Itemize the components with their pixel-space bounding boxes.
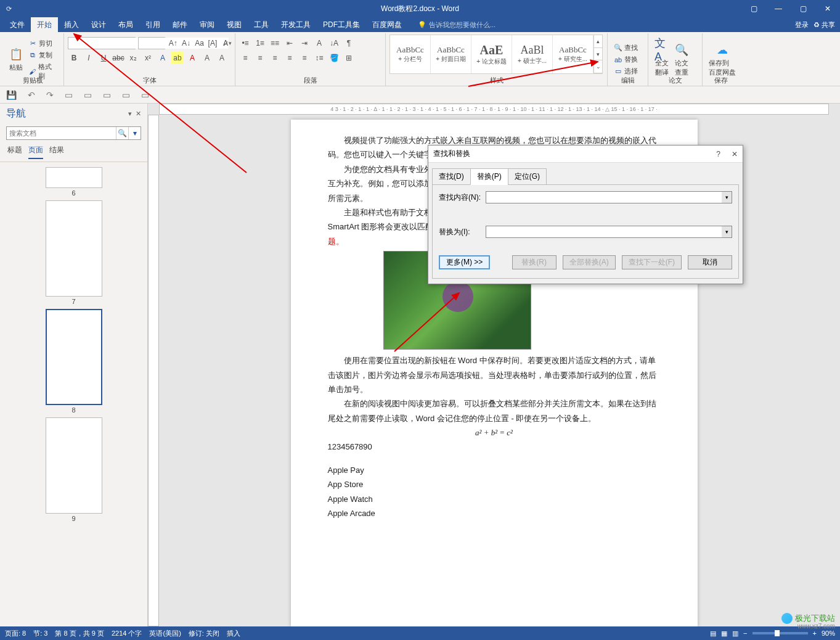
find-button[interactable]: 🔍查找 [611,42,644,54]
phonetic-guide-button[interactable]: [A] [207,37,218,49]
text-line[interactable]: Apple Pay [328,463,661,477]
thumb-6[interactable]: 6 [46,167,102,197]
nav-tab-results[interactable]: 结果 [49,145,64,159]
tab-pdf[interactable]: PDF工具集 [317,17,366,33]
autosave-icon[interactable]: ⟳ [4,4,14,14]
replace-with-combo[interactable]: ▾ [486,226,732,238]
increase-indent-button[interactable]: ⇥ [298,37,311,49]
show-marks-button[interactable]: ¶ [343,37,355,49]
thumb-7[interactable]: 7 [46,200,102,305]
sort-button[interactable]: ↓A [328,37,340,49]
replace-all-button[interactable]: 全部替换(A) [563,255,616,269]
chevron-down-icon[interactable]: ▾ [128,110,132,118]
nav-search-box[interactable]: 🔍 ▾ [6,126,141,140]
status-insert-mode[interactable]: 插入 [227,629,240,638]
style-gallery-scroll[interactable]: ▴▾⌄ [593,35,602,73]
replace-with-input[interactable] [486,226,722,237]
tab-view[interactable]: 视图 [221,17,248,33]
tab-review[interactable]: 审阅 [194,17,221,33]
borders-button[interactable]: ⊞ [343,52,355,64]
tab-home[interactable]: 开始 [31,17,58,33]
font-name-combo[interactable]: ▾ [68,37,136,49]
thumb-8[interactable]: 8 [46,309,102,414]
chevron-down-icon[interactable]: ▾ [722,192,732,203]
zoom-level[interactable]: 90% [822,630,835,637]
status-page-of[interactable]: 第 8 页，共 9 页 [55,629,104,638]
qat-icon-6[interactable]: ▭ [103,90,111,100]
ribbon-display-icon[interactable]: ▢ [741,0,766,17]
tab-insert[interactable]: 插入 [58,17,85,33]
status-track-changes[interactable]: 修订: 关闭 [189,629,219,638]
zoom-in-icon[interactable]: + [813,630,817,637]
nav-search-input[interactable] [7,127,116,139]
qat-icon-8[interactable]: ▭ [141,90,149,100]
bullets-button[interactable]: •≡ [239,37,251,49]
chevron-down-icon[interactable]: ▾ [594,48,602,61]
chevron-down-icon[interactable]: ▾ [722,226,732,237]
justify-button[interactable]: ≡ [283,52,296,64]
paragraph[interactable]: 使用在需要位置出现的新按钮在 Word 中保存时间。若要更改图片适应文档的方式，… [328,353,661,396]
style-item-2[interactable]: AaE+ 论文标题 [471,35,512,73]
strike-button[interactable]: abc [112,52,124,64]
find-replace-dialog[interactable]: 查找和替换 ?✕ 查找(D) 替换(P) 定位(G) 查找内容(N): ▾ 替换… [428,145,743,284]
copy-button[interactable]: ⧉复制 [26,49,60,61]
view-print-icon[interactable]: ▦ [721,630,727,638]
text-line[interactable]: Apple Watch [328,492,661,506]
style-item-0[interactable]: AaBbCc+ 分栏号 [390,35,431,73]
view-web-icon[interactable]: ▥ [732,630,738,638]
grow-font-button[interactable]: A↑ [168,37,178,49]
tab-developer[interactable]: 开发工具 [275,17,317,33]
text-effects-button[interactable]: A [157,52,169,64]
view-read-icon[interactable]: ▤ [710,630,716,638]
more-styles-icon[interactable]: ⌄ [594,60,602,73]
tab-file[interactable]: 文件 [4,17,31,33]
replace-one-button[interactable]: 替换(R) [512,255,557,269]
find-next-button[interactable]: 查找下一处(F) [622,255,682,269]
thumb-9[interactable]: 9 [46,417,102,522]
redo-icon[interactable]: ↷ [46,90,54,100]
dialog-tab-find[interactable]: 查找(D) [432,168,471,185]
shading-button[interactable]: 🪣 [328,52,340,64]
share-button[interactable]: ♻ 共享 [813,20,835,30]
qat-icon-4[interactable]: ▭ [65,90,73,100]
dialog-tab-replace[interactable]: 替换(P) [470,168,508,185]
paragraph[interactable]: 在新的阅读视图中阅读更加容易。可以折叠文档某些部分并关注所需文本。如果在达到结尾… [328,396,661,425]
cut-button[interactable]: ✂剪切 [26,38,60,49]
nav-tab-pages[interactable]: 页面 [28,145,43,159]
underline-button[interactable]: U [97,52,110,64]
zoom-slider[interactable] [752,632,808,634]
align-left-button[interactable]: ≡ [239,52,251,64]
replace-button[interactable]: ab替换 [611,54,644,65]
equation[interactable]: a² + b² = c² [328,425,661,440]
qat-icon-5[interactable]: ▭ [84,90,92,100]
distribute-button[interactable]: ≡ [298,52,311,64]
subscript-button[interactable]: x₂ [127,52,139,64]
status-page[interactable]: 页面: 8 [5,629,26,638]
change-case-button[interactable]: Aa [194,37,205,49]
font-color-button[interactable]: A [186,52,198,64]
zoom-out-icon[interactable]: − [743,630,747,637]
style-gallery[interactable]: AaBbCc+ 分栏号 AaBbCc+ 封面日期 AaE+ 论文标题 AaBl+… [389,35,603,74]
zoom-knob[interactable] [775,630,780,636]
align-right-button[interactable]: ≡ [269,52,281,64]
char-border-button[interactable]: A [201,52,213,64]
tell-me-box[interactable]: 💡 告诉我您想要做什么... [418,20,495,30]
status-word-count[interactable]: 2214 个字 [112,629,142,638]
text-line[interactable]: App Store [328,477,661,491]
status-section[interactable]: 节: 3 [33,629,47,638]
help-icon[interactable]: ? [716,150,720,158]
search-icon[interactable]: 🔍 [116,127,128,139]
chevron-up-icon[interactable]: ▴ [594,35,602,48]
login-link[interactable]: 登录 [795,20,809,30]
italic-button[interactable]: I [83,52,95,64]
numbering-button[interactable]: 1≡ [254,37,266,49]
dialog-titlebar[interactable]: 查找和替换 ?✕ [428,146,743,163]
status-language[interactable]: 英语(美国) [149,629,181,638]
align-center-button[interactable]: ≡ [254,52,266,64]
tab-tools[interactable]: 工具 [248,17,275,33]
tab-mailings[interactable]: 邮件 [166,17,194,33]
font-size-combo[interactable]: ▾ [138,37,165,49]
minimize-button[interactable]: — [766,0,791,17]
superscript-button[interactable]: x² [142,52,154,64]
find-what-input[interactable] [486,192,722,203]
